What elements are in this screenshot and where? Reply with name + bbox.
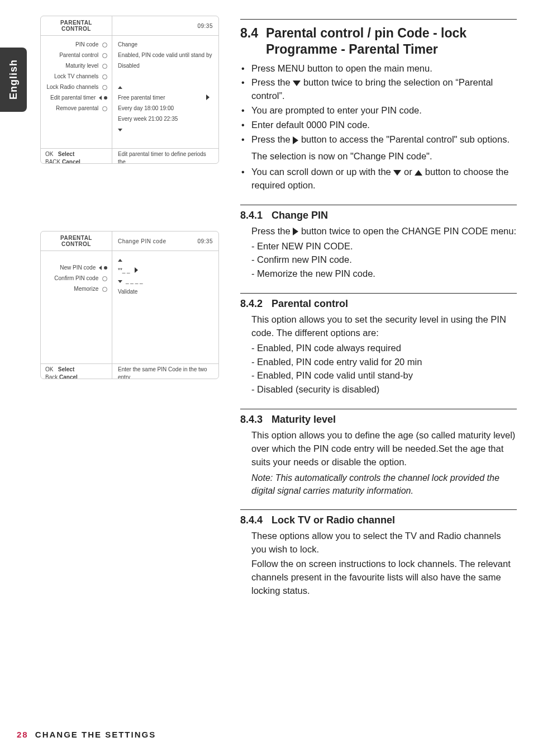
- section-number: 8.4: [240, 25, 266, 58]
- row-label: Parental control: [59, 52, 98, 58]
- dash-item: Enabled, PIN code always required: [240, 341, 517, 355]
- row-value: **_ _: [118, 267, 130, 273]
- footer-action: Select: [58, 151, 74, 157]
- row-value: Every week 21:00 22:35: [118, 114, 213, 124]
- row-label: Lock TV channels: [54, 73, 98, 79]
- panel-title: PARENTAL CONTROL: [41, 231, 112, 251]
- row-label: Memorize: [74, 286, 98, 292]
- row-value: Validate: [118, 286, 213, 297]
- paragraph: This option allows you to set the securi…: [240, 313, 517, 340]
- page-number: 28: [17, 730, 28, 739]
- subsection-maturity-level: 8.4.3Maturity level This option allows y…: [240, 409, 517, 497]
- section-bullets: Press MENU button to open the main menu.…: [240, 62, 517, 147]
- row-value: Free parental timer: [118, 94, 165, 101]
- page-footer: 28 CHANGE THE SETTINGS: [17, 730, 156, 739]
- panel-header: PARENTAL CONTROL 09:35: [41, 16, 218, 36]
- section-title: Parental control / pin Code - lock Progr…: [266, 25, 517, 58]
- panel-left-col: PIN code Parental control Maturity level…: [41, 36, 112, 148]
- dash-item: Memorize the new PIN code.: [240, 267, 517, 281]
- paragraph: Follow the on screen instructions to loc…: [240, 557, 517, 598]
- subsection-title: Parental control: [272, 298, 348, 310]
- paragraph: The selection is now on "Change PIN code…: [240, 150, 517, 163]
- subsection-number: 8.4.4: [240, 514, 272, 526]
- panel-time: 09:35: [197, 23, 213, 29]
- subsection-title: Maturity level: [272, 414, 336, 426]
- footer-key: Back: [45, 374, 58, 379]
- screenshot-change-pin: PARENTAL CONTROL Change PIN code09:35 Ne…: [40, 231, 219, 379]
- panel-footer: OK Select BACK Cancel Edit parental time…: [41, 148, 218, 164]
- paragraph: These options allow you to select the TV…: [240, 530, 517, 556]
- dash-item: Disabled (security is disabled): [240, 382, 517, 396]
- footer-action: Cancel: [59, 374, 78, 379]
- row-value: Enabled, PIN code valid until stand by: [118, 50, 213, 60]
- footer-label: CHANGE THE SETTINGS: [35, 730, 156, 739]
- row-value: Every day 18:00 19:00: [118, 103, 213, 114]
- panel-right-col: Change Enabled, PIN code valid until sta…: [112, 36, 218, 148]
- dash-item: Confirm new PIN code.: [240, 253, 517, 267]
- panel-left-col: New PIN code Confirm PIN code Memorize: [41, 251, 112, 363]
- row-value: [118, 71, 213, 82]
- bullet-item: Enter default 0000 PIN code.: [240, 119, 517, 132]
- bullet-item: Press the button to access the "Parental…: [240, 133, 517, 147]
- subsection-number: 8.4.1: [240, 210, 272, 221]
- paragraph: Press the button twice to open the CHANG…: [240, 225, 517, 238]
- subsection-parental-control: 8.4.2Parental control This option allows…: [240, 293, 517, 396]
- panel-footer: OK Select Back Cancel Enter the same PIN…: [41, 363, 218, 379]
- panel-right-col: **_ _ _ _ _ _ Validate: [112, 251, 218, 363]
- dash-item: Enter NEW PIN CODE.: [240, 239, 517, 253]
- row-label: Remove parental: [56, 105, 98, 111]
- row-value: Change: [118, 39, 213, 50]
- footer-action: Select: [58, 366, 74, 372]
- bullet-item: Press MENU button to open the main menu.: [240, 62, 517, 75]
- main-content: 8.4 Parental control / pin Code - lock P…: [240, 16, 517, 599]
- footer-action: Cancel: [62, 159, 80, 164]
- footer-key: OK: [45, 366, 53, 372]
- dash-item: Enabled, PIN code entry valid for 20 min: [240, 355, 517, 369]
- language-tab-label: English: [8, 59, 20, 100]
- bullet-item: You are prompted to enter your PIN code.: [240, 104, 517, 117]
- panel-subtitle: Change PIN code: [118, 238, 166, 244]
- language-tab: English: [0, 48, 27, 112]
- panel-time: 09:35: [197, 238, 213, 244]
- subsection-number: 8.4.2: [240, 298, 272, 310]
- subsection-change-pin: 8.4.1Change PIN Press the button twice t…: [240, 205, 517, 281]
- footer-hint: Enter the same PIN Code in the two entry: [118, 366, 213, 379]
- right-arrow-icon: [293, 136, 298, 144]
- footer-key: OK: [45, 151, 53, 157]
- footer-key: BACK: [45, 159, 60, 164]
- subsection-lock-channel: 8.4.4Lock TV or Radio channel These opti…: [240, 509, 517, 598]
- row-label: PIN code: [75, 41, 98, 48]
- subsection-title: Change PIN: [272, 210, 328, 221]
- row-label: New PIN code: [60, 264, 96, 271]
- up-arrow-icon: [415, 170, 422, 176]
- bullet-item: You can scroll down or up with the or bu…: [240, 166, 517, 192]
- row-label: Maturity level: [65, 63, 98, 69]
- row-value: Disabled: [118, 60, 213, 71]
- note-text: Note: This automatically controls the ch…: [240, 471, 517, 497]
- row-label: Confirm PIN code: [54, 275, 98, 281]
- subsection-title: Lock TV or Radio channel: [272, 514, 395, 526]
- footer-hint: Edit parental timer to define periods th…: [118, 150, 213, 164]
- subsection-number: 8.4.3: [240, 414, 272, 426]
- row-label: Edit parental timer: [50, 94, 96, 101]
- down-arrow-icon: [393, 170, 401, 176]
- bullet-item: Press the button twice to bring the sele…: [240, 76, 517, 103]
- panel-title: PARENTAL CONTROL: [41, 16, 112, 35]
- paragraph: This option allows you to define the age…: [240, 429, 517, 469]
- row-value: _ _ _ _: [126, 278, 143, 284]
- row-label: Lock Radio channels: [46, 84, 98, 90]
- dash-item: Enabled, PIN code valid until stand-by: [240, 368, 517, 382]
- panel-header: PARENTAL CONTROL Change PIN code09:35: [41, 231, 218, 251]
- section-heading: 8.4 Parental control / pin Code - lock P…: [240, 25, 517, 58]
- screenshot-parental-control: PARENTAL CONTROL 09:35 PIN code Parental…: [40, 16, 219, 164]
- down-arrow-icon: [293, 81, 301, 86]
- right-arrow-icon: [293, 228, 298, 235]
